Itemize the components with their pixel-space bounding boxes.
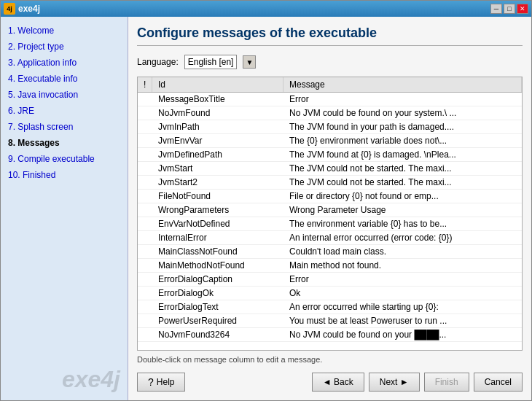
cell-excl: [138, 176, 152, 189]
maximize-button[interactable]: □: [504, 4, 515, 14]
language-dropdown-button[interactable]: ▼: [243, 55, 256, 69]
app-icon: 4j: [4, 3, 15, 15]
table-row[interactable]: ErrorDialogCaptionError: [138, 273, 522, 287]
table-row[interactable]: ErrorDialogTextAn error occurred while s…: [138, 300, 522, 314]
table-row[interactable]: JvmDefinedPathThe JVM found at {0} is da…: [138, 148, 522, 162]
cell-message: Main method not found.: [283, 259, 522, 272]
cell-message: Wrong Parameter Usage: [283, 203, 522, 217]
table-row[interactable]: NoJvmFound3264No JVM could be found on y…: [138, 328, 522, 342]
table-row[interactable]: JvmInPathThe JVM found in your path is d…: [138, 120, 522, 134]
table-row[interactable]: JvmEnvVarThe {0} environment variable do…: [138, 134, 522, 148]
hint-text: Double-click on message column to edit a…: [137, 355, 523, 364]
cell-excl: [138, 148, 152, 161]
cell-excl: [138, 231, 152, 244]
sidebar-item-jre[interactable]: 6. JRE: [5, 103, 123, 119]
cell-message: Error: [283, 273, 522, 286]
title-bar-controls: ─ □ ✕: [490, 4, 528, 14]
cell-excl: [138, 203, 152, 217]
sidebar-item-welcome[interactable]: 1. Welcome: [5, 23, 123, 39]
cell-id: MainClassNotFound: [152, 245, 283, 258]
help-button[interactable]: ? Help: [137, 373, 185, 392]
language-label: Language:: [137, 57, 179, 67]
table-header-message: Message: [283, 77, 522, 92]
table-row[interactable]: JvmStartThe JVM could not be started. Th…: [138, 162, 522, 176]
title-bar: 4j exe4j ─ □ ✕: [1, 1, 531, 17]
table-row[interactable]: MainMethodNotFoundMain method not found.: [138, 259, 522, 273]
button-row: ? Help ◄ Back Next ► Finish Cancel: [137, 373, 523, 392]
cell-excl: [138, 259, 152, 272]
cell-id: InternalError: [152, 231, 283, 244]
cell-message: The {0} environment variable does not\..…: [283, 134, 522, 147]
sidebar-item-splash[interactable]: 7. Splash screen: [5, 119, 123, 135]
sidebar-item-compile[interactable]: 9. Compile executable: [5, 151, 123, 167]
table-row[interactable]: MessageBoxTitleError: [138, 93, 522, 106]
cell-message: The JVM found at {0} is damaged. \nPlea.…: [283, 148, 522, 161]
cell-message: The JVM could not be started. The maxi..…: [283, 176, 522, 189]
cell-id: JvmDefinedPath: [152, 148, 283, 161]
table-row[interactable]: InternalErrorAn internal error occurred …: [138, 231, 522, 245]
cell-message: No JVM could be found on your ████...: [283, 328, 522, 341]
table-body: MessageBoxTitleErrorNoJvmFoundNo JVM cou…: [138, 93, 522, 350]
cell-id: NoJvmFound: [152, 106, 283, 120]
cell-message: Ok: [283, 287, 522, 300]
language-select[interactable]: English [en]: [184, 55, 238, 69]
main-window: 4j exe4j ─ □ ✕ 1. Welcome 2. Project typ…: [0, 0, 532, 401]
cell-id: PowerUserRequired: [152, 314, 283, 327]
cell-message: The environment variable {0} has to be..…: [283, 217, 522, 230]
cell-excl: [138, 217, 152, 230]
cell-excl: [138, 106, 152, 120]
table-row[interactable]: NoJvmFoundNo JVM could be found on your …: [138, 106, 522, 120]
table-header: ! Id Message: [138, 77, 522, 93]
cell-excl: [138, 328, 152, 341]
cell-message: An internal error occurred (error code: …: [283, 231, 522, 244]
cell-id: ErrorDialogCaption: [152, 273, 283, 286]
cell-excl: [138, 245, 152, 258]
table-row[interactable]: MainClassNotFoundCouldn't load main clas…: [138, 245, 522, 259]
messages-table: ! Id Message MessageBoxTitleErrorNoJvmFo…: [137, 77, 523, 351]
sidebar-item-app-info[interactable]: 3. Application info: [5, 55, 123, 71]
cell-id: JvmEnvVar: [152, 134, 283, 147]
table-row[interactable]: PowerUserRequiredYou must be at least Po…: [138, 314, 522, 328]
next-button[interactable]: Next ►: [369, 373, 420, 392]
cell-excl: [138, 162, 152, 175]
sidebar-item-exe-info[interactable]: 4. Executable info: [5, 71, 123, 87]
cancel-button[interactable]: Cancel: [474, 373, 523, 392]
sidebar: 1. Welcome 2. Project type 3. Applicatio…: [1, 17, 128, 400]
table-row[interactable]: ErrorDialogOkOk: [138, 287, 522, 300]
cell-message: Error: [283, 93, 522, 106]
cell-excl: [138, 300, 152, 314]
cell-message: The JVM found in your path is damaged...…: [283, 120, 522, 133]
cell-id: JvmStart: [152, 162, 283, 175]
cell-message: No JVM could be found on your system.\ .…: [283, 106, 522, 120]
table-row[interactable]: JvmStart2The JVM could not be started. T…: [138, 176, 522, 190]
cell-excl: [138, 287, 152, 300]
cell-excl: [138, 93, 152, 106]
cell-message: You must be at least Poweruser to run ..…: [283, 314, 522, 327]
cell-excl: [138, 273, 152, 286]
cell-id: JvmStart2: [152, 176, 283, 189]
cell-id: ErrorDialogOk: [152, 287, 283, 300]
cell-id: FileNotFound: [152, 190, 283, 203]
cell-id: NoJvmFound3264: [152, 328, 283, 341]
sidebar-item-messages[interactable]: 8. Messages: [5, 135, 123, 151]
sidebar-item-java-invocation[interactable]: 5. Java invocation: [5, 87, 123, 103]
finish-button[interactable]: Finish: [424, 373, 469, 392]
sidebar-item-project-type[interactable]: 2. Project type: [5, 39, 123, 55]
sidebar-item-finished[interactable]: 10. Finished: [5, 167, 123, 183]
language-row: Language: English [en] ▼: [137, 55, 523, 69]
table-row[interactable]: EnvVarNotDefinedThe environment variable…: [138, 217, 522, 231]
table-row[interactable]: WrongParametersWrong Parameter Usage: [138, 203, 522, 217]
cell-id: ErrorDialogText: [152, 300, 283, 314]
back-button[interactable]: ◄ Back: [312, 373, 364, 392]
sidebar-logo: exe4j: [62, 366, 120, 393]
cell-id: EnvVarNotDefined: [152, 217, 283, 230]
minimize-button[interactable]: ─: [490, 4, 502, 14]
content-area: 1. Welcome 2. Project type 3. Applicatio…: [1, 17, 531, 400]
cell-id: MainMethodNotFound: [152, 259, 283, 272]
table-header-excl: !: [138, 77, 152, 92]
close-button[interactable]: ✕: [517, 4, 528, 14]
cell-id: MessageBoxTitle: [152, 93, 283, 106]
help-icon: ?: [148, 376, 154, 388]
cell-id: WrongParameters: [152, 203, 283, 217]
table-row[interactable]: FileNotFoundFile or directory {0} not fo…: [138, 190, 522, 203]
